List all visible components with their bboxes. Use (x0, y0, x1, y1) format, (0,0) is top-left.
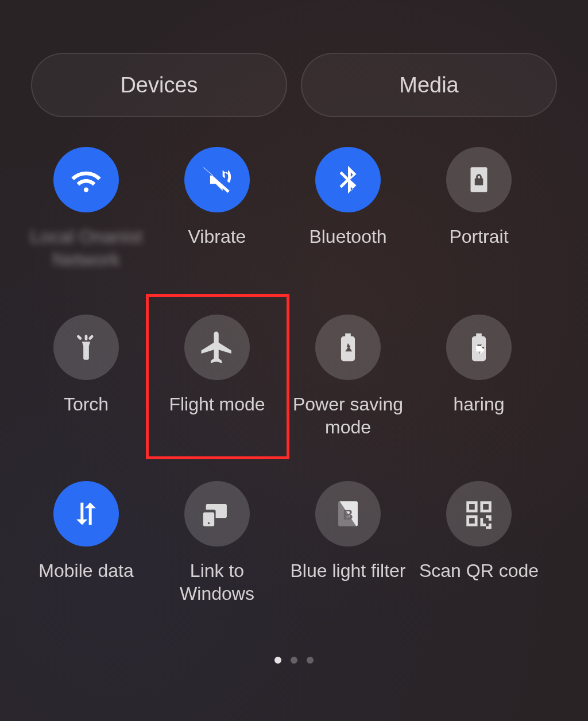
tiles-row-2-clip: Torch Flight mode Power saving mode hari… (0, 315, 588, 439)
tile-bluetooth-label: Bluetooth (304, 225, 391, 271)
tile-rotation[interactable]: Portrait (413, 147, 544, 271)
tiles-row-2: Torch Flight mode Power saving mode hari… (21, 315, 588, 439)
mobile-data-icon (53, 481, 119, 546)
tile-wireless-partial[interactable]: Wir (544, 315, 588, 439)
portrait-lock-icon (446, 147, 512, 212)
vibrate-icon (184, 147, 250, 212)
tile-sound-label: Vibrate (184, 225, 251, 271)
tile-blue-light-label: Blue light filter (286, 559, 411, 605)
tile-mobile-data-label: Mobile data (34, 559, 138, 605)
tile-torch[interactable]: Torch (21, 315, 152, 439)
tile-bluetooth[interactable]: Bluetooth (283, 147, 413, 271)
tile-flight-mode[interactable]: Flight mode (152, 315, 283, 439)
page-dot-3[interactable] (307, 657, 314, 664)
tile-power-saving-label: Power saving mode (283, 393, 413, 439)
tile-link-windows-label: Link to Windows (152, 559, 283, 605)
blue-light-icon: B (315, 481, 381, 546)
tile-link-windows[interactable]: Link to Windows (152, 481, 283, 605)
tiles-row-3: Mobile data Link to Windows B Blue light… (21, 481, 588, 605)
media-button[interactable]: Media (301, 53, 557, 117)
tile-mobile-data[interactable]: Mobile data (21, 481, 152, 605)
tile-qr[interactable]: Scan QR code (413, 481, 544, 605)
page-dot-1[interactable] (274, 657, 281, 664)
top-pill-row: Devices Media (31, 53, 557, 117)
battery-recycle-icon (315, 315, 381, 380)
devices-button[interactable]: Devices (31, 53, 287, 117)
tile-wifi[interactable]: Local Onanist Network (21, 147, 152, 271)
bluetooth-icon (315, 147, 381, 212)
tile-sharing-partial-label: haring (449, 393, 509, 439)
tile-qr-label: Scan QR code (415, 559, 543, 605)
tile-sharing-partial[interactable]: haring (413, 315, 544, 439)
media-button-label: Media (399, 73, 459, 98)
tile-wifi-label: Local Onanist Network (21, 225, 152, 271)
link-windows-icon (184, 481, 250, 546)
tile-blue-light[interactable]: B Blue light filter (283, 481, 413, 605)
tile-sound[interactable]: Vibrate (152, 147, 283, 271)
tile-torch-label: Torch (59, 393, 113, 439)
tile-power-saving[interactable]: Power saving mode (283, 315, 413, 439)
devices-button-label: Devices (120, 73, 198, 98)
svg-text:B: B (343, 507, 353, 522)
battery-share-icon (446, 315, 512, 380)
qr-icon (446, 481, 512, 546)
page-indicator[interactable] (0, 657, 588, 664)
page-dot-2[interactable] (291, 657, 297, 664)
tile-flight-mode-label: Flight mode (164, 393, 269, 439)
torch-icon (53, 315, 119, 380)
wifi-icon (53, 147, 119, 212)
tile-rotation-label: Portrait (444, 225, 513, 271)
airplane-icon (184, 315, 250, 380)
tiles-row-1: Local Onanist Network Vibrate Bluetooth … (21, 147, 588, 271)
quick-settings-panel: Devices Media Local Onanist Network Vibr… (0, 0, 588, 721)
